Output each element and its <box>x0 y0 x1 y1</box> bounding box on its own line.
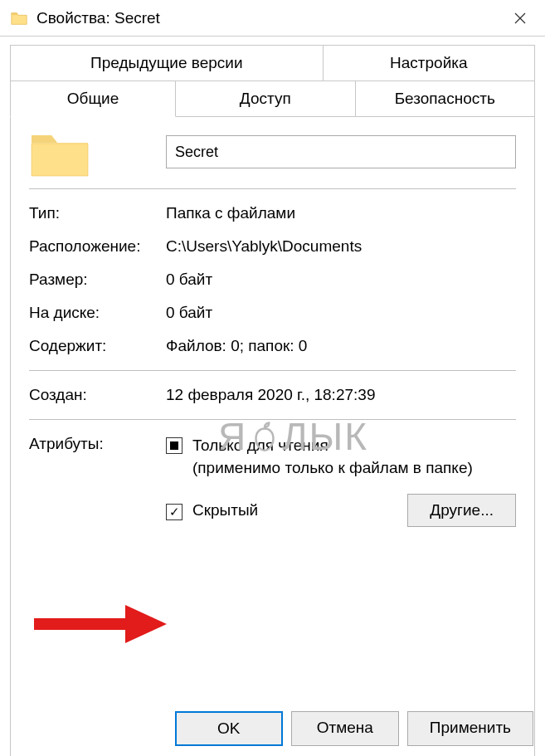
size-label: Размер: <box>29 271 166 289</box>
size-on-disk-label: На диске: <box>29 304 166 322</box>
tab-general[interactable]: Общие <box>10 80 176 117</box>
location-label: Расположение: <box>29 237 166 256</box>
general-panel: Тип: Папка с файлами Расположение: C:\Us… <box>10 117 535 756</box>
tab-sharing[interactable]: Доступ <box>175 80 356 117</box>
cancel-button[interactable]: Отмена <box>291 711 399 746</box>
close-icon <box>514 12 526 24</box>
contains-value: Файлов: 0; папок: 0 <box>166 337 516 355</box>
ok-button[interactable]: OK <box>175 711 283 746</box>
type-label: Тип: <box>29 204 166 222</box>
divider <box>29 188 516 189</box>
apply-button[interactable]: Применить <box>407 711 533 746</box>
arrow-annotation <box>34 600 167 646</box>
created-label: Создан: <box>29 386 166 404</box>
svg-rect-2 <box>34 618 125 630</box>
hidden-label: Скрытый <box>192 500 258 522</box>
advanced-button[interactable]: Другие... <box>407 494 516 527</box>
folder-name-input[interactable] <box>166 135 516 168</box>
close-button[interactable] <box>500 0 540 37</box>
readonly-checkbox[interactable] <box>166 437 182 454</box>
titlebar: Свойства: Secret <box>0 0 545 37</box>
contains-label: Содержит: <box>29 337 166 355</box>
readonly-label: Только для чтения (применимо только к фа… <box>192 435 473 479</box>
divider <box>29 419 516 420</box>
created-value: 12 февраля 2020 г., 18:27:39 <box>166 386 516 404</box>
svg-marker-3 <box>125 605 167 643</box>
attributes-label: Атрибуты: <box>29 435 166 542</box>
tab-previous-versions[interactable]: Предыдущие версии <box>10 45 324 81</box>
dialog-buttons: OK Отмена Применить <box>0 711 545 746</box>
hidden-checkbox[interactable] <box>166 504 182 520</box>
size-on-disk-value: 0 байт <box>166 304 516 322</box>
type-value: Папка с файлами <box>166 204 516 222</box>
folder-large-icon <box>29 127 90 180</box>
window-title: Свойства: Secret <box>36 9 500 27</box>
location-value: C:\Users\Yablyk\Documents <box>166 237 516 256</box>
tab-security[interactable]: Безопасность <box>355 80 536 117</box>
size-value: 0 байт <box>166 271 516 289</box>
tabs-container: Предыдущие версии Настройка Общие Доступ… <box>0 37 545 756</box>
tab-settings[interactable]: Настройка <box>323 45 535 81</box>
folder-icon <box>10 9 28 27</box>
divider <box>29 370 516 371</box>
